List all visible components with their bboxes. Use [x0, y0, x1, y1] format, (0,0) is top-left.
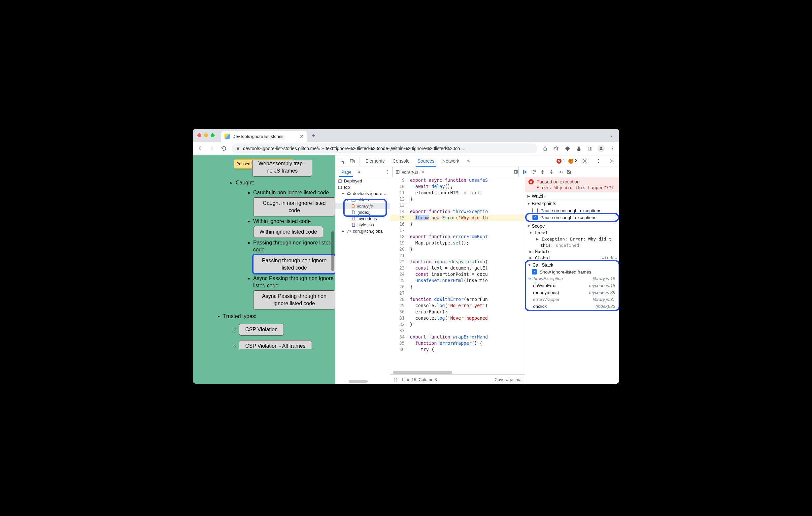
tab-console[interactable]: Console	[388, 155, 413, 166]
tree-index-file[interactable]: (index)	[336, 209, 390, 215]
step-over-next-button[interactable]	[531, 169, 536, 175]
csp-violation-all-button[interactable]: CSP Violation - All frames	[239, 340, 312, 350]
scope-exception[interactable]: ▶Exception: Error: Why did t	[525, 236, 619, 242]
close-file-button[interactable]: ✕	[422, 170, 425, 175]
fullscreen-window-button[interactable]	[211, 133, 214, 137]
async-passing-button[interactable]: Async Passing through non ignore listed …	[253, 290, 336, 309]
labs-button[interactable]	[575, 145, 582, 152]
passing-through-button[interactable]: Passing through non ignore listed code	[253, 255, 336, 274]
devtools-panel: Elements Console Sources Network » ✕1 !2	[336, 155, 619, 384]
warning-count-badge[interactable]: !2	[569, 159, 577, 164]
step-into-button[interactable]	[540, 169, 545, 175]
inspect-element-button[interactable]	[337, 155, 347, 166]
code-area[interactable]: 9export async function unsafeS10 await d…	[390, 177, 525, 374]
bp-caught-row[interactable]: Pause on caught exceptions	[526, 214, 618, 221]
expand-icon[interactable]	[514, 170, 518, 174]
error-count-badge[interactable]: ✕1	[556, 159, 565, 164]
minimize-window-button[interactable]	[204, 133, 208, 137]
tree-deployed[interactable]: Deployed	[336, 178, 390, 184]
watch-section[interactable]: ▶Watch	[525, 192, 619, 200]
favicon	[225, 133, 230, 139]
call-stack-frame[interactable]: onclick(index):83	[526, 303, 618, 310]
scope-global[interactable]: ▶GlobalWindow	[525, 255, 619, 261]
devtools-menu-button[interactable]	[593, 158, 603, 164]
list-item: Passing through non ignore listed code P…	[253, 239, 336, 274]
bp-uncaught-row[interactable]: Pause on uncaught exceptions	[525, 207, 619, 214]
tree-hidden-folder[interactable]: ▼hidden	[336, 196, 390, 203]
tree-cdn[interactable]: ▶cdn.glitch.globa	[336, 228, 390, 234]
callstack-section[interactable]: ▼Call Stack	[526, 261, 618, 269]
svg-rect-24	[338, 186, 341, 188]
call-stack-frame[interactable]: ➔throwExceptionlibrary.js:15	[526, 275, 618, 282]
tab-elements[interactable]: Elements	[361, 155, 388, 166]
chrome-menu-button[interactable]	[609, 145, 616, 152]
checkbox-checked[interactable]	[532, 269, 537, 274]
step-out-button[interactable]	[549, 169, 554, 175]
resume-script-button[interactable]	[522, 169, 527, 175]
tabs-menu-button[interactable]: ⌄	[609, 133, 613, 138]
tab-network[interactable]: Network	[438, 155, 463, 166]
share-button[interactable]	[541, 145, 549, 152]
code-scrollbar[interactable]	[393, 371, 452, 374]
step-button[interactable]	[557, 169, 563, 175]
reload-button[interactable]	[220, 145, 228, 152]
content-area: Paused in debugger WebAssembly trap -no …	[193, 155, 619, 384]
collapse-icon[interactable]	[396, 170, 400, 174]
list-item: Async Passing through non ignore listed …	[253, 275, 336, 309]
tabs-more-button[interactable]: »	[463, 155, 474, 166]
lock-icon	[236, 146, 240, 151]
call-stack-frame[interactable]: doWithErrormycode.js:18	[526, 282, 618, 289]
close-window-button[interactable]	[197, 133, 201, 137]
scope-module[interactable]: ▶Module	[525, 248, 619, 255]
scope-local[interactable]: ▼Local	[525, 230, 619, 236]
device-toolbar-button[interactable]	[347, 155, 357, 166]
tree-style-file[interactable]: style.css	[336, 222, 390, 228]
tab-title: DevTools ignore list stories	[232, 134, 284, 139]
tree-library-file[interactable]: library.js	[336, 203, 390, 209]
close-tab-button[interactable]: ✕	[300, 134, 304, 139]
caught-non-ignore-button[interactable]: Caught in non ignore listed code	[253, 197, 336, 216]
navigator-page-tab[interactable]: Page	[338, 167, 354, 177]
svg-point-16	[387, 173, 388, 174]
extensions-button[interactable]	[564, 145, 571, 152]
scope-section[interactable]: ▼Scope	[525, 222, 619, 230]
bookmark-button[interactable]	[553, 145, 560, 152]
deactivate-breakpoints-button[interactable]	[567, 169, 572, 175]
navigator-menu-button[interactable]	[383, 167, 393, 177]
tree-mycode-file[interactable]: mycode.js	[336, 215, 390, 222]
close-devtools-button[interactable]	[607, 158, 617, 164]
back-button[interactable]	[196, 145, 204, 152]
tree-site[interactable]: ▼devtools-ignore…	[336, 190, 390, 196]
new-tab-button[interactable]: ＋	[309, 131, 318, 140]
profile-button[interactable]	[598, 145, 605, 152]
checkbox-unchecked[interactable]	[532, 208, 538, 213]
call-stack-frame[interactable]: errorWrapperlibrary.js:37	[526, 296, 618, 303]
cloud-icon	[346, 191, 351, 196]
forward-button[interactable]	[208, 145, 216, 152]
svg-rect-1	[588, 147, 591, 150]
svg-point-19	[533, 173, 534, 174]
svg-point-5	[612, 149, 613, 150]
csp-violation-button[interactable]: CSP Violation	[239, 324, 284, 336]
pretty-print-button[interactable]: { }	[394, 377, 398, 382]
breakpoints-section[interactable]: ▼Breakpoints	[525, 200, 619, 207]
call-stack-frame[interactable]: (anonymous)mycode.js:89	[526, 289, 618, 296]
tree-top[interactable]: top	[336, 184, 390, 190]
file-navigator: Deployed top ▼devtools-ignore… ▼hidden l…	[336, 177, 390, 384]
svg-rect-9	[352, 160, 354, 163]
tab-sources[interactable]: Sources	[414, 155, 438, 166]
svg-point-14	[387, 170, 388, 171]
settings-button[interactable]	[580, 158, 590, 164]
navigator-more-button[interactable]: »	[354, 167, 363, 177]
checkbox-checked[interactable]	[532, 215, 538, 220]
navigator-scrollbar[interactable]	[349, 380, 368, 383]
side-panel-button[interactable]	[586, 145, 593, 152]
address-bar[interactable]: devtools-ignore-list-stories.glitch.me/#…	[232, 144, 538, 153]
svg-point-2	[601, 147, 602, 149]
browser-tab[interactable]: DevTools ignore list stories ✕	[221, 131, 307, 142]
show-ignored-frames-row[interactable]: Show ignore-listed frames	[526, 269, 618, 275]
js-file-icon	[351, 216, 356, 221]
page-scrollbar[interactable]	[331, 231, 334, 271]
svg-point-13	[598, 162, 599, 163]
within-ignore-button[interactable]: Within ignore listed code	[253, 226, 323, 238]
